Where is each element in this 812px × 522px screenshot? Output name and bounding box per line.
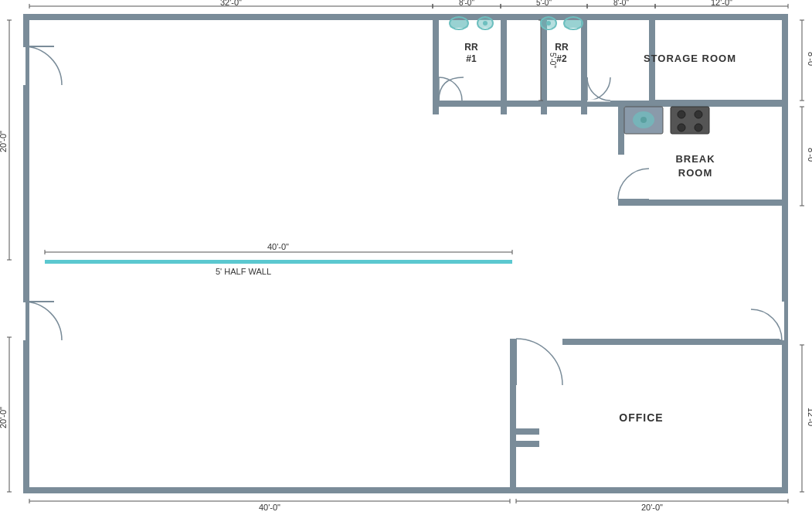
svg-text:8'-0": 8'-0" xyxy=(459,0,474,7)
svg-text:12'-0": 12'-0" xyxy=(807,408,812,429)
svg-text:8'-0": 8'-0" xyxy=(613,0,629,7)
svg-point-89 xyxy=(546,21,551,26)
svg-text:40'-0": 40'-0" xyxy=(267,242,289,251)
svg-text:20'-0": 20'-0" xyxy=(641,503,663,512)
svg-text:32'-0": 32'-0" xyxy=(220,0,242,7)
svg-rect-111 xyxy=(516,428,539,435)
svg-rect-91 xyxy=(564,20,583,28)
svg-rect-0 xyxy=(23,14,788,20)
svg-text:5' HALF WALL: 5' HALF WALL xyxy=(216,267,271,276)
svg-point-94 xyxy=(640,117,647,123)
svg-text:8'-0": 8'-0" xyxy=(807,148,812,165)
svg-rect-4 xyxy=(433,14,439,114)
svg-text:8'-0": 8'-0" xyxy=(807,52,812,69)
svg-text:20'-0": 20'-0" xyxy=(0,131,8,152)
svg-text:RR: RR xyxy=(555,42,569,53)
svg-rect-112 xyxy=(516,441,539,447)
svg-text:#1: #1 xyxy=(466,53,477,64)
svg-rect-16 xyxy=(45,260,512,264)
svg-text:5'-0": 5'-0" xyxy=(536,0,552,7)
svg-point-98 xyxy=(678,124,685,131)
svg-text:STORAGE ROOM: STORAGE ROOM xyxy=(644,53,736,64)
floorplan: 32'-0" 8'-0" 5'-0" 8'-0" 12'-0" 20'-0" 2… xyxy=(0,0,812,522)
svg-rect-95 xyxy=(671,107,709,134)
svg-point-96 xyxy=(678,111,685,118)
svg-rect-3 xyxy=(782,14,788,493)
svg-text:BREAK: BREAK xyxy=(675,153,715,165)
svg-rect-6 xyxy=(501,14,507,114)
svg-rect-83 xyxy=(450,20,468,28)
svg-rect-10 xyxy=(618,200,788,206)
svg-text:12'-0": 12'-0" xyxy=(711,0,732,7)
svg-point-97 xyxy=(695,111,702,118)
svg-text:#2: #2 xyxy=(556,53,567,64)
svg-point-99 xyxy=(695,124,702,131)
svg-text:40'-0": 40'-0" xyxy=(259,503,280,512)
svg-rect-12 xyxy=(510,339,516,493)
svg-rect-9 xyxy=(649,14,655,114)
svg-text:ROOM: ROOM xyxy=(678,167,712,179)
svg-point-86 xyxy=(483,21,488,26)
svg-text:20'-0": 20'-0" xyxy=(0,407,8,428)
svg-rect-1 xyxy=(23,14,29,493)
svg-rect-8 xyxy=(581,14,587,114)
svg-rect-2 xyxy=(23,487,788,493)
svg-text:OFFICE: OFFICE xyxy=(619,411,663,424)
svg-text:RR: RR xyxy=(464,42,478,53)
